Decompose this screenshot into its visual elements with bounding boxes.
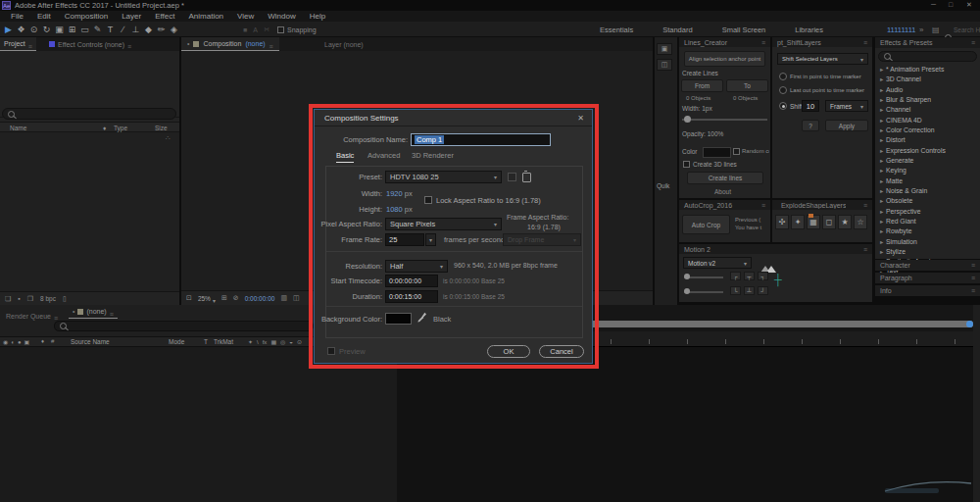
panel-menu-icon[interactable] <box>971 39 975 46</box>
tool-icon[interactable]: ▭ <box>78 25 91 34</box>
snapping-checkbox[interactable] <box>277 26 284 33</box>
anchor-position-button[interactable]: ┐ <box>758 272 768 280</box>
about-button[interactable]: About <box>714 188 731 195</box>
ok-button[interactable]: OK <box>487 345 530 358</box>
effects-category[interactable]: Simulation <box>879 237 979 247</box>
effects-category[interactable]: Noise & Grain <box>879 186 979 196</box>
anchor-position-button[interactable]: └ <box>730 286 741 295</box>
shift-unit-dropdown[interactable]: Frames <box>825 100 868 112</box>
tool-icon[interactable]: ⊙ <box>27 25 40 34</box>
effects-search-field[interactable] <box>878 51 977 62</box>
panel-menu-icon[interactable] <box>863 39 867 46</box>
shift-layers-header[interactable]: pt_ShiftLayers <box>772 37 872 47</box>
option-last-out[interactable]: Last out point to time marker <box>779 86 864 94</box>
collapse-tree-icon[interactable]: ∴ <box>166 134 170 142</box>
strip-icon-2[interactable]: ◫ <box>657 59 672 71</box>
workspace-tab[interactable]: Libraries <box>795 25 823 34</box>
tool-icon[interactable]: ▣ <box>53 25 66 34</box>
effects-category[interactable]: Red Giant <box>879 217 979 226</box>
effects-category[interactable]: Generate <box>879 156 979 166</box>
height-number[interactable]: 1080 <box>386 205 403 214</box>
explode-tool-button[interactable]: ★ <box>838 215 852 229</box>
column-source-name[interactable]: Source Name <box>71 338 110 345</box>
explode-tool-button[interactable]: ☆ <box>854 215 867 229</box>
anchor-position-button[interactable]: ┴ <box>744 286 755 295</box>
effects-category[interactable]: 3D Channel <box>879 75 979 84</box>
menu-item[interactable]: File <box>4 11 30 22</box>
label-column-icon[interactable]: ♦ <box>41 338 44 344</box>
av-column-icon[interactable]: ◉ <box>3 338 8 345</box>
tool-icon[interactable]: ▶ <box>2 25 15 34</box>
explode-tool-button[interactable]: ✣ <box>775 215 789 229</box>
duration-input[interactable]: 0:00:15:00 <box>385 290 438 303</box>
dialog-title-bar[interactable]: Composition Settings ✕ <box>315 110 592 126</box>
tab-render-queue[interactable]: Render Queue <box>6 307 58 325</box>
index-column-label[interactable]: # <box>51 338 54 344</box>
quik-collapsed-tab[interactable]: Quik <box>657 182 669 189</box>
switch-column-icon[interactable]: ◒ <box>289 339 293 345</box>
apply-button[interactable]: Apply <box>825 120 868 131</box>
anchor-position-button[interactable]: ┘ <box>758 286 768 295</box>
cancel-button[interactable]: Cancel <box>539 345 584 358</box>
radio-last-out[interactable] <box>779 86 787 94</box>
effects-category[interactable]: CINEMA 4D <box>879 116 979 126</box>
slider-knob[interactable] <box>684 288 690 294</box>
av-column-icon[interactable]: ▣ <box>24 338 30 345</box>
column-trkmat[interactable]: TrkMat <box>214 338 233 345</box>
effects-category[interactable]: Matte <box>879 176 979 186</box>
slider-knob[interactable] <box>684 274 690 279</box>
frame-rate-input[interactable]: 25 <box>385 233 424 246</box>
resolution-icon[interactable]: ▥ <box>280 294 287 302</box>
panel-menu-icon[interactable] <box>971 287 975 294</box>
effects-category[interactable]: Rowbyte <box>879 226 979 236</box>
explode-tool-button[interactable]: ◻ <box>822 215 836 229</box>
delete-item-icon[interactable]: ▯ <box>63 295 67 303</box>
strip-icon-1[interactable]: ▣ <box>657 43 672 55</box>
help-button[interactable]: ? <box>802 120 819 131</box>
tool-icon[interactable]: ◈ <box>168 25 180 34</box>
explode-header[interactable]: _ExplodeShapeLayers <box>772 200 872 210</box>
option-first-in[interactable]: First in point to time marker <box>779 73 861 80</box>
maximize-button[interactable]: □ <box>949 1 953 8</box>
workspace-overflow-icon[interactable]: » <box>919 25 923 34</box>
workspace-tab[interactable]: Small Screen <box>722 25 766 34</box>
tool-icon[interactable]: ❖ <box>15 25 27 34</box>
motion-slider-1[interactable] <box>684 276 723 278</box>
effects-category[interactable]: Obsolete <box>879 196 979 206</box>
comp-name-input[interactable]: Comp 1 <box>411 133 551 146</box>
tool-icon[interactable]: ✏ <box>155 25 168 34</box>
tool-icon[interactable]: ⊞ <box>66 25 78 34</box>
motion-slider-2[interactable] <box>684 291 723 293</box>
width-number[interactable]: 1920 <box>386 189 403 198</box>
close-button[interactable]: ✕ <box>966 1 972 9</box>
project-search-field[interactable] <box>2 108 176 120</box>
tool-icon[interactable]: ◆ <box>142 25 155 34</box>
lock-aspect-checkbox[interactable] <box>424 196 432 204</box>
shift-mode-dropdown[interactable]: Shift Selected Layers <box>777 53 868 65</box>
autocrop-header[interactable]: AutoCrop_2016 <box>679 200 770 210</box>
menu-item[interactable]: Effect <box>148 11 181 22</box>
tab-composition[interactable]: • Composition (none) <box>181 37 279 51</box>
auto-crop-button[interactable]: Auto Crop <box>682 215 730 234</box>
start-timecode-input[interactable]: 0:00:00:00 <box>385 275 438 287</box>
tool-icon[interactable]: ∕ <box>117 25 129 34</box>
background-color-swatch[interactable] <box>385 313 412 325</box>
effects-category[interactable]: Perspective <box>879 207 979 217</box>
mask-visibility-icon[interactable]: ⊘ <box>233 294 239 302</box>
width-slider[interactable] <box>682 119 767 121</box>
panel-menu-icon[interactable] <box>110 303 114 321</box>
workspace-tab[interactable]: Essentials <box>600 25 633 34</box>
width-value[interactable]: 1920 px <box>386 189 413 198</box>
menu-item[interactable]: Layer <box>115 11 148 22</box>
frame-rate-caret-button[interactable] <box>425 233 436 246</box>
motion-preset-dropdown[interactable]: Motion v2 <box>683 257 752 269</box>
grid-guides-icon[interactable]: ⊞ <box>221 294 227 302</box>
project-tool-icon[interactable]: ❏ <box>5 295 11 303</box>
column-t[interactable]: T <box>204 338 208 345</box>
effects-category[interactable]: Audio <box>879 85 979 95</box>
menu-item[interactable]: Composition <box>58 11 115 22</box>
workspace-tab-active[interactable]: 11111111 <box>887 25 915 34</box>
column-mode[interactable]: Mode <box>169 338 184 345</box>
explode-tool-button[interactable]: ✦ <box>791 215 805 229</box>
panel-menu-icon[interactable] <box>270 35 273 53</box>
